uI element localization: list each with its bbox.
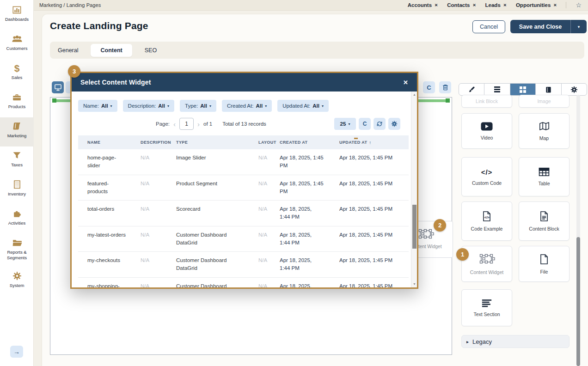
widget-card-code-example[interactable]: </> Code Example [461,201,512,241]
chevron-down-icon: ▾ [578,24,580,29]
sidebar-collapse-button[interactable]: → [10,346,23,358]
cell-description: N/A [131,175,167,201]
cell-description: N/A [131,226,167,252]
next-page-button[interactable]: › [197,121,200,128]
column-header-created-at[interactable]: CREATED AT [270,135,330,149]
sort-up-icon: ↑ [369,140,371,145]
delete-canvas-button[interactable] [439,81,451,93]
page-number-input[interactable] [179,118,194,130]
sidebar-item-system[interactable]: System [0,267,34,296]
widget-card-link-block[interactable]: Link Block [461,95,512,108]
scroll-up-icon[interactable]: ▲ [411,93,417,96]
scroll-down-icon[interactable]: ▼ [411,282,417,286]
tab-seo[interactable]: SEO [145,47,157,54]
sync-button[interactable] [374,118,386,130]
settings-button[interactable] [388,118,400,130]
widget-card-file[interactable]: File [519,246,570,282]
column-header-updated-at[interactable]: UPDATED AT ↑ [330,135,410,149]
sidebar-item-inventory[interactable]: Inventory [0,176,34,205]
tab-accounts[interactable]: Accounts ✕ [408,2,438,8]
trash-icon [442,84,449,91]
previous-page-button[interactable]: ‹ [173,121,176,128]
filter-updated-at[interactable]: Updated At: All ▾ [277,100,329,112]
close-icon[interactable]: ✕ [503,3,507,7]
page-size-select[interactable]: 25 ▾ [334,118,356,130]
table-row[interactable]: my-shopping-lists N/A Customer Dashboard… [78,278,409,289]
tab-general[interactable]: General [58,47,78,54]
widget-label: Custom Code [472,180,502,186]
breadcrumb[interactable]: Marketing / Landing Pages [39,2,101,8]
cell-layout: N/A [249,149,270,175]
widget-card-content-widget[interactable]: Content Widget [461,246,512,282]
panel-scrollbar-thumb[interactable] [576,237,580,366]
chevron-down-icon: ▾ [209,104,211,108]
filter-created-at[interactable]: Created At: All ▾ [222,100,272,112]
content-tabstrip: General Content SEO [50,42,584,59]
sidebar-item-products[interactable]: Products [0,88,34,117]
sidebar-label: Activities [8,220,25,226]
widget-card-video[interactable]: Video [461,113,512,149]
layers-list-tab[interactable] [484,84,510,95]
refresh-icon: C [427,84,431,91]
cancel-button[interactable]: Cancel [472,20,505,33]
monitor-icon [54,84,62,91]
modal-scrollbar[interactable]: ▲ ▼ [411,92,417,287]
folder-open-icon [12,237,22,248]
table-row[interactable]: total-orders N/A Scorecard N/A Apr 18, 2… [78,201,409,226]
widgets-grid-tab[interactable] [510,84,536,95]
filter-type[interactable]: Type: All ▾ [180,100,216,112]
tab-leads[interactable]: Leads ✕ [485,2,507,8]
filter-description[interactable]: Description: All ▾ [123,100,174,112]
close-icon[interactable]: ✕ [435,3,438,7]
modal-scrollbar-thumb[interactable] [412,205,416,249]
widget-card-image[interactable]: Image [519,95,570,108]
table-row[interactable]: featured- products N/A Product Segment N… [78,175,409,201]
tab-content[interactable]: Content [91,44,132,57]
widget-card-text-section[interactable]: Text Section [461,289,512,326]
legacy-section-toggle[interactable]: ▸ Legacy [461,335,570,348]
tab-opportunities[interactable]: Opportunities ✕ [516,2,557,8]
drop-handle-right [446,98,450,103]
save-label[interactable]: Save and Close [510,20,570,33]
favorite-star-icon[interactable]: ☆ [576,2,582,8]
refresh-button[interactable]: C [359,118,371,130]
table-row[interactable]: my-checkouts N/A Customer Dashboard Data… [78,252,409,278]
column-header-description[interactable]: DESCRIPTION [131,135,167,149]
tab-label: Accounts [408,2,432,8]
sidebar-item-customers[interactable]: Customers [0,30,34,59]
widget-label: Table [538,181,550,186]
close-icon[interactable]: ✕ [472,3,476,7]
sidebar-item-marketing[interactable]: Marketing [0,117,34,146]
close-icon[interactable]: ✕ [553,3,557,7]
cell-description: N/A [131,201,167,226]
close-icon[interactable]: ✕ [403,79,408,86]
table-row[interactable]: home-page-slider N/A Image Slider N/A Ap… [78,149,409,175]
save-and-close-button[interactable]: Save and Close ▾ [510,20,587,33]
widget-card-custom-code[interactable]: </> Custom Code [461,157,512,196]
widget-card-table[interactable]: Table [519,157,570,196]
style-brush-tab[interactable] [459,84,484,95]
sidebar-item-taxes[interactable]: Taxes [0,146,34,176]
table-row[interactable]: my-latest-orders N/A Customer Dashboard … [78,226,409,252]
filter-label: Created At: [227,103,254,109]
sidebar-item-reports-segments[interactable]: Reports & Segments [0,234,34,267]
settings-tab[interactable] [562,84,587,95]
sidebar-item-dashboards[interactable]: Dashboards [0,1,34,30]
tab-contacts[interactable]: Contacts ✕ [447,2,476,8]
sidebar-item-sales[interactable]: $ Sales [0,59,34,88]
filter-name[interactable]: Name: All ▾ [78,100,117,112]
cell-description: N/A [131,252,167,277]
filter-label: Type: [185,103,198,109]
widget-card-content-block[interactable]: Content Block [519,201,570,241]
total-records-label: Total of 13 records [222,121,266,127]
column-header-layout[interactable]: LAYOUT [249,135,270,149]
widget-card-map[interactable]: Map [519,113,570,149]
column-header-name[interactable]: NAME [78,135,131,149]
column-header-type[interactable]: TYPE [167,135,249,149]
library-tab[interactable] [536,84,561,95]
desktop-preview-button[interactable] [52,81,64,93]
filter-value: All [101,103,108,109]
sidebar-item-activities[interactable]: Activities [0,205,34,234]
save-dropdown-button[interactable]: ▾ [571,20,587,33]
refresh-canvas-button[interactable]: C [423,81,435,93]
